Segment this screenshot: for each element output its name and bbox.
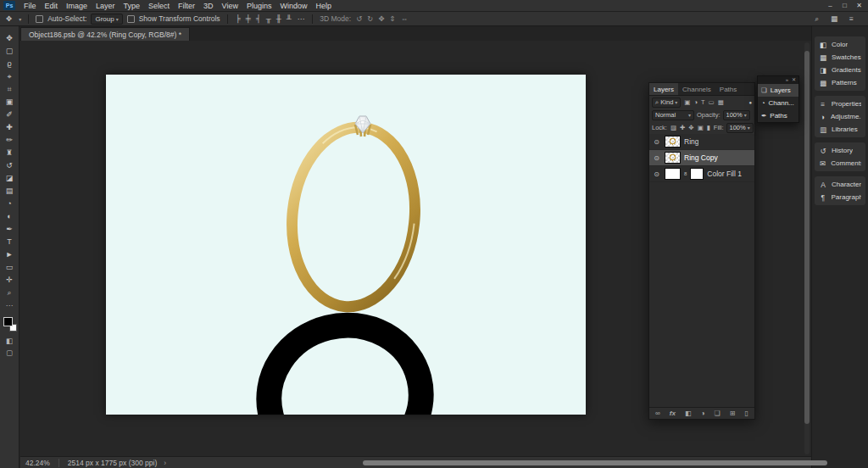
layer-filter-icon-3[interactable]: ▭: [708, 98, 715, 106]
foreground-color-swatch[interactable]: [3, 317, 13, 326]
path-selection-tool[interactable]: ►: [0, 248, 19, 261]
edit-toolbar-icon[interactable]: ⋯: [0, 299, 19, 311]
auto-select-dropdown[interactable]: Group ▾: [91, 14, 122, 25]
visibility-eye-icon[interactable]: ⊙: [652, 138, 661, 146]
layer-effects-icon[interactable]: fx: [669, 410, 676, 417]
layer-thumbnail[interactable]: [665, 152, 681, 164]
workspace-icon[interactable]: ▦: [830, 14, 838, 24]
active-tool-icon[interactable]: ✥: [5, 14, 13, 23]
align-icon-0[interactable]: ╞: [235, 14, 242, 23]
dock-item-patterns[interactable]: ▩Patterns: [815, 76, 865, 89]
flyout-item-layers[interactable]: ❏Layers: [758, 84, 798, 97]
opacity-dropdown[interactable]: 100% ▾: [723, 110, 750, 120]
menu-help[interactable]: Help: [312, 0, 337, 12]
lock-icon-4[interactable]: ▮: [706, 124, 711, 131]
auto-select-checkbox[interactable]: [36, 15, 43, 23]
fill-dropdown[interactable]: 100% ▾: [726, 123, 754, 133]
type-tool[interactable]: T: [0, 236, 19, 248]
zoom-level-field[interactable]: 42.24%: [25, 459, 59, 467]
layer-mask-icon[interactable]: ◧: [684, 410, 693, 417]
more-align-options-icon[interactable]: ⋯: [297, 14, 306, 23]
screen-mode-icon[interactable]: ▢: [0, 347, 19, 359]
vertical-scrollbar-thumb[interactable]: [804, 51, 810, 424]
align-icon-5[interactable]: ╨: [286, 14, 292, 23]
menu-window[interactable]: Window: [276, 0, 312, 12]
layer-row-ring[interactable]: ⊙Ring: [649, 134, 754, 150]
layer-filter-icon-1[interactable]: ◑: [693, 98, 698, 106]
align-icon-3[interactable]: ╥: [265, 14, 272, 23]
dock-item-character[interactable]: ACharacter: [815, 178, 865, 191]
menu-edit[interactable]: Edit: [41, 0, 63, 12]
blend-mode-dropdown[interactable]: Normal ▾: [652, 110, 694, 120]
align-icon-2[interactable]: ╡: [255, 14, 262, 23]
horizontal-scrollbar[interactable]: [363, 460, 827, 465]
lock-icon-0[interactable]: ▨: [670, 124, 677, 131]
frame-tool[interactable]: ▣: [0, 96, 19, 109]
healing-brush-tool[interactable]: ✚: [0, 121, 19, 134]
marquee-tool[interactable]: ▢: [0, 45, 19, 58]
new-layer-icon[interactable]: ⊞: [729, 410, 737, 417]
crop-tool[interactable]: ⌗: [0, 83, 19, 96]
document-tab[interactable]: Object186.psb @ 42.2% (Ring Copy, RGB/8#…: [20, 27, 190, 41]
blur-tool[interactable]: ◔: [0, 198, 19, 210]
align-icon-4[interactable]: ╫: [275, 14, 282, 23]
dock-item-adjustme[interactable]: ◑Adjustme...: [815, 110, 865, 123]
eraser-tool[interactable]: ◪: [0, 172, 19, 185]
menu-select[interactable]: Select: [144, 0, 174, 12]
layer-thumbnail[interactable]: [665, 136, 681, 148]
layer-filter-icon-0[interactable]: ▣: [683, 98, 691, 106]
eyedropper-tool[interactable]: ✐: [0, 109, 19, 121]
menu-file[interactable]: File: [19, 0, 41, 12]
visibility-eye-icon[interactable]: ⊙: [652, 154, 661, 162]
lock-icon-1[interactable]: ✚: [679, 124, 686, 131]
zoom-tool[interactable]: ⌕: [0, 287, 19, 299]
gradient-tool[interactable]: ▤: [0, 185, 19, 198]
layer-fill-thumbnail[interactable]: [665, 168, 681, 180]
layer-filter-icon-2[interactable]: T: [700, 98, 706, 106]
minimize-button[interactable]: –: [823, 0, 837, 12]
menu-type[interactable]: Type: [120, 0, 145, 12]
hand-tool[interactable]: ✛: [0, 274, 19, 287]
status-menu-arrow-icon[interactable]: ›: [164, 459, 166, 467]
menu-layer[interactable]: Layer: [92, 0, 120, 12]
filter-kind-dropdown[interactable]: ⌕ Kind ▾: [652, 98, 681, 108]
restore-button[interactable]: □: [837, 0, 852, 12]
3d-mode-icon-4[interactable]: ⇔: [400, 14, 409, 23]
3d-mode-icon-3[interactable]: ⇕: [389, 14, 397, 23]
flyout-item-chann[interactable]: ◔Chann...: [758, 97, 798, 109]
dock-item-swatches[interactable]: ▦Swatches: [815, 51, 865, 64]
clone-stamp-tool[interactable]: ♜: [0, 147, 19, 159]
collapse-icon[interactable]: »: [786, 76, 788, 84]
brush-tool[interactable]: ✏: [0, 134, 19, 147]
layer-mask-thumbnail[interactable]: [690, 168, 704, 180]
menu-plugins[interactable]: Plugins: [242, 0, 276, 12]
3d-mode-icon-0[interactable]: ↺: [355, 14, 363, 23]
close-icon[interactable]: ✕: [792, 76, 796, 84]
lock-icon-3[interactable]: ▣: [697, 124, 704, 131]
color-swatches[interactable]: [3, 317, 17, 332]
layer-row-ring-copy[interactable]: ⊙Ring Copy: [649, 150, 754, 166]
dock-item-libraries[interactable]: ▥Libraries: [815, 123, 865, 136]
dock-item-history[interactable]: ↺History: [815, 144, 865, 157]
menu-image[interactable]: Image: [62, 0, 92, 12]
horizontal-scrollbar-thumb[interactable]: [363, 460, 827, 465]
dock-item-color[interactable]: ◧Color: [815, 38, 865, 51]
flyout-item-paths[interactable]: ✒Paths: [758, 109, 798, 122]
align-icon-1[interactable]: ╪: [245, 14, 252, 23]
search-icon[interactable]: ⌕: [814, 14, 820, 24]
filter-toggle-icon[interactable]: ●: [748, 100, 752, 105]
panel-tab-layers[interactable]: Layers: [649, 83, 678, 95]
3d-mode-icon-1[interactable]: ↻: [366, 14, 374, 23]
dock-item-comments[interactable]: ✉Comments: [815, 157, 865, 170]
close-button[interactable]: ✕: [852, 0, 866, 12]
adjustment-layer-icon[interactable]: ◑: [700, 410, 706, 417]
lock-icon-2[interactable]: ✥: [687, 124, 694, 131]
move-tool[interactable]: ✥: [0, 32, 19, 45]
menu-view[interactable]: View: [218, 0, 242, 12]
quick-mask-icon[interactable]: ◧: [0, 335, 19, 347]
dock-item-properties[interactable]: ≡Properties: [815, 98, 865, 110]
vertical-scrollbar[interactable]: [804, 42, 810, 454]
3d-mode-icon-2[interactable]: ✥: [377, 14, 385, 23]
dodge-tool[interactable]: ◐: [0, 210, 19, 223]
tool-preset-caret-icon[interactable]: ▾: [19, 16, 21, 22]
